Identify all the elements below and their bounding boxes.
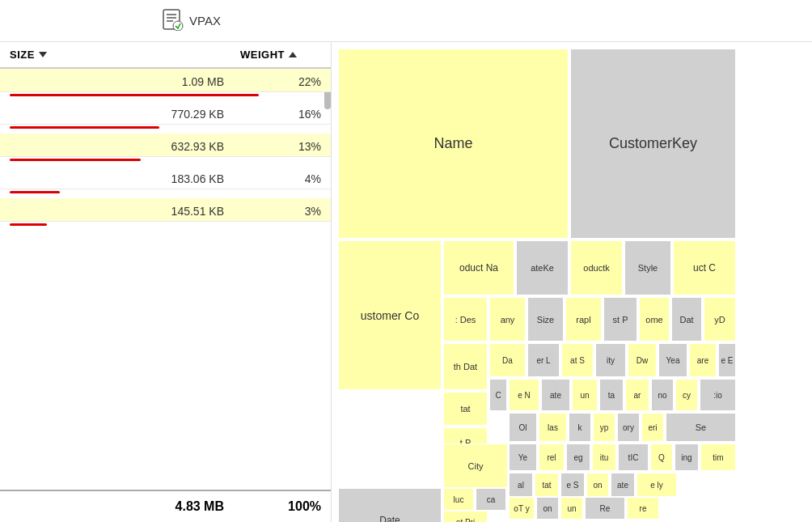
row-bar-2 — [10, 126, 159, 129]
treemap-cell-rapl[interactable]: rapl — [565, 297, 602, 342]
treemap-cell-eS[interactable]: e S — [560, 473, 585, 497]
col-size-header[interactable]: SIZE — [10, 49, 240, 61]
treemap-cell-ome[interactable]: ome — [639, 297, 670, 342]
treemap-cell-las[interactable]: las — [539, 413, 567, 442]
treemap-cell-productna[interactable]: oduct Na — [443, 240, 514, 295]
treemap-cell-ca[interactable]: ca — [476, 488, 506, 511]
row-size-4: 183.06 KB — [10, 172, 240, 185]
vpax-button[interactable]: VPAX — [162, 8, 221, 33]
treemap-cell-any[interactable]: any — [489, 297, 526, 342]
treemap-cell-tat[interactable]: tat — [443, 392, 488, 426]
total-weight: 100% — [240, 499, 321, 514]
treemap-label-rapl: rapl — [566, 313, 601, 326]
treemap-cell-da[interactable]: Da — [489, 343, 526, 377]
treemap-cell-stP[interactable]: st P — [603, 297, 637, 342]
treemap-cell-ely[interactable]: e ly — [636, 473, 677, 497]
treemap-label-da: Da — [490, 354, 525, 367]
treemap-cell-des[interactable]: : Des — [443, 297, 488, 342]
treemap-cell-on2[interactable]: on — [536, 497, 559, 520]
left-panel: SIZE WEIGHT 1.09 MB 22% 770.29 KB 16% — [0, 42, 332, 522]
treemap-cell-erL[interactable]: er L — [527, 343, 560, 377]
treemap-label-cy: cy — [676, 389, 697, 401]
table-row[interactable]: 770.29 KB 16% — [0, 101, 331, 125]
treemap-cell-eN[interactable]: e N — [509, 379, 539, 411]
treemap-cell-al[interactable]: al — [509, 473, 533, 497]
treemap-cell-name[interactable]: Name — [338, 49, 569, 239]
treemap-cell-tat2[interactable]: tat — [535, 473, 559, 497]
treemap-cell-un[interactable]: un — [572, 379, 598, 411]
treemap-label-re2: re — [628, 503, 658, 515]
treemap-cell-yp[interactable]: yp — [593, 413, 615, 442]
treemap-cell-thDat[interactable]: th Dat — [443, 343, 488, 390]
treemap-label-thDat: th Dat — [444, 360, 487, 373]
treemap-cell-uct[interactable]: uct C — [673, 240, 736, 295]
treemap-cell-ye[interactable]: Ye — [509, 443, 537, 471]
treemap-cell-ol[interactable]: Ol — [509, 413, 537, 442]
treemap-label-ing: ing — [675, 452, 698, 464]
treemap-cell-customerco[interactable]: ustomer Co — [338, 240, 442, 390]
treemap-label-des: : Des — [444, 313, 487, 326]
treemap-cell-productk[interactable]: oductk — [570, 240, 623, 295]
treemap-cell-C[interactable]: C — [489, 379, 507, 411]
table-header: SIZE WEIGHT — [0, 42, 331, 69]
treemap-cell-dw[interactable]: Dw — [628, 343, 657, 377]
treemap-cell-itu[interactable]: itu — [592, 443, 616, 471]
treemap-cell-size[interactable]: Size — [527, 297, 564, 342]
treemap-cell-Q[interactable]: Q — [650, 443, 673, 471]
treemap-cell-ats[interactable]: at S — [561, 343, 594, 377]
treemap-label-itu: itu — [593, 452, 615, 464]
treemap-cell-cy[interactable]: cy — [675, 379, 698, 411]
treemap-label-ely: e ly — [637, 479, 676, 491]
treemap-cell-eg[interactable]: eg — [566, 443, 590, 471]
treemap-cell-re2[interactable]: re — [627, 497, 659, 520]
row-weight-5: 3% — [240, 205, 321, 218]
row-bar-container-4 — [0, 189, 331, 198]
table-row[interactable]: 183.06 KB 4% — [0, 166, 331, 189]
treemap-cell-ta[interactable]: ta — [599, 379, 624, 411]
treemap-cell-se[interactable]: Se — [666, 413, 736, 442]
treemap-label-re: Re — [586, 503, 624, 515]
treemap-cell-io[interactable]: :io — [700, 379, 736, 411]
treemap-cell-luc[interactable]: luc — [443, 488, 474, 511]
treemap-cell-ate[interactable]: ate — [611, 473, 635, 497]
treemap-label-eri: eri — [642, 422, 663, 434]
treemap-cell-yea[interactable]: Yea — [658, 343, 687, 377]
treemap-cell-oty[interactable]: oT y — [509, 497, 535, 520]
table-row[interactable]: 1.09 MB 22% — [0, 69, 331, 92]
treemap-cell-un2[interactable]: un — [560, 497, 583, 520]
treemap-label-rel: rel — [539, 452, 564, 464]
treemap-cell-ar[interactable]: ar — [625, 379, 649, 411]
treemap-cell-dat[interactable]: Dat — [671, 297, 702, 342]
treemap-cell-tim[interactable]: tim — [700, 443, 736, 471]
table-body: 1.09 MB 22% 770.29 KB 16% 632.93 KB 13% — [0, 69, 331, 490]
treemap-label-ome: ome — [640, 313, 669, 326]
treemap-cell-ing[interactable]: ing — [675, 443, 699, 471]
treemap-cell-date2[interactable]: Date — [338, 488, 442, 522]
treemap-cell-city2[interactable]: City — [443, 443, 508, 488]
treemap-cell-re[interactable]: Re — [585, 497, 625, 520]
col-weight-header[interactable]: WEIGHT — [240, 49, 321, 61]
treemap-cell-ory[interactable]: ory — [617, 413, 640, 442]
treemap-cell-k[interactable]: k — [569, 413, 591, 442]
treemap-cell-city[interactable]: ity — [595, 343, 626, 377]
weight-label: WEIGHT — [240, 49, 285, 61]
treemap-cell-yD[interactable]: yD — [704, 297, 736, 342]
table-row[interactable]: 632.93 KB 13% — [0, 134, 331, 157]
treemap-label-tat: tat — [444, 402, 487, 415]
row-bar-container-2 — [0, 125, 331, 134]
treemap-cell-dateke[interactable]: ateKe — [516, 240, 569, 295]
treemap-cell-no[interactable]: no — [651, 379, 674, 411]
treemap-cell-ate[interactable]: ate — [541, 379, 570, 411]
table-row[interactable]: 145.51 KB 3% — [0, 198, 331, 222]
treemap-cell-eE[interactable]: e E — [718, 343, 736, 377]
treemap-cell-eri[interactable]: eri — [641, 413, 664, 442]
treemap-cell-style[interactable]: Style — [624, 240, 671, 295]
treemap-label-tic: tIC — [619, 452, 648, 464]
treemap-cell-customerkey[interactable]: CustomerKey — [570, 49, 736, 239]
treemap-cell-on[interactable]: on — [586, 473, 609, 497]
treemap-label-ye: Ye — [510, 452, 536, 464]
treemap-cell-tic[interactable]: tIC — [618, 443, 649, 471]
treemap-cell-etpri[interactable]: et Pri — [443, 511, 488, 522]
treemap-cell-are[interactable]: are — [689, 343, 717, 377]
treemap-cell-rel[interactable]: rel — [539, 443, 565, 471]
